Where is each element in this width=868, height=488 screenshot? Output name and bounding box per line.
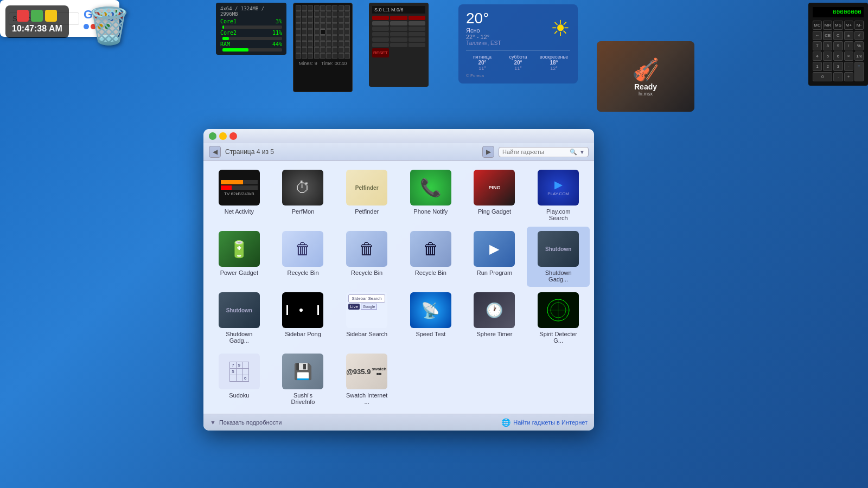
lcalc-btn-inv[interactable]: 1/x	[854, 52, 864, 61]
mine-cell[interactable]	[320, 47, 326, 53]
mine-cell[interactable]	[344, 35, 350, 41]
mine-cell[interactable]	[302, 41, 307, 47]
mine-cell[interactable]	[302, 53, 307, 59]
mine-cell[interactable]	[296, 41, 301, 47]
gadget-item-speed-test[interactable]: 📡Speed Test	[399, 288, 462, 348]
mine-cell[interactable]	[339, 53, 344, 59]
gadget-item-recycle-bin-3[interactable]: 🗑Recycle Bin	[399, 227, 462, 287]
mine-cell[interactable]	[326, 29, 331, 35]
gadget-item-swatch[interactable]: @935.9swatch ■■Swatch Internet ...	[335, 349, 398, 409]
gadget-item-perfmon[interactable]: ⏱PerfMon	[272, 165, 335, 226]
mine-cell[interactable]	[339, 17, 344, 23]
mine-cell[interactable]	[314, 47, 320, 53]
mine-cell[interactable]	[339, 11, 344, 17]
mine-cell[interactable]	[302, 35, 307, 41]
lcalc-btn-6[interactable]: 6	[833, 52, 843, 61]
calc-btn[interactable]	[390, 43, 407, 47]
mine-cell[interactable]	[308, 17, 313, 23]
mine-cell[interactable]	[296, 11, 301, 17]
nav-prev-btn[interactable]: ◀	[209, 146, 221, 158]
gadget-item-power-gadget[interactable]: 🔋Power Gadget	[208, 227, 271, 287]
mine-cell[interactable]	[332, 5, 337, 11]
lcalc-btn-5[interactable]: 5	[823, 52, 832, 61]
mine-cell[interactable]	[308, 29, 313, 35]
mine-cell[interactable]	[296, 29, 301, 35]
mine-cell[interactable]	[344, 11, 350, 17]
calc-btn[interactable]	[372, 27, 389, 31]
mine-cell[interactable]	[320, 17, 326, 23]
lcalc-btn-0[interactable]: 0	[813, 72, 832, 81]
mine-cell[interactable]	[320, 5, 326, 11]
lcalc-btn-mplus[interactable]: M+	[844, 21, 853, 30]
mine-cell[interactable]	[332, 41, 337, 47]
gadget-item-phone-notify[interactable]: 📞Phone Notify	[399, 165, 462, 226]
lcalc-btn-mr[interactable]: MR	[823, 21, 832, 30]
gadget-item-sushi-drive[interactable]: 💾Sushi's DriveInfo	[272, 349, 335, 409]
gadget-item-playcom[interactable]: ▶PLAY.COMPlay.com Search	[527, 165, 590, 226]
nav-next-btn[interactable]: ▶	[482, 146, 494, 158]
mine-cell[interactable]	[344, 23, 350, 29]
mine-cell[interactable]	[344, 47, 350, 53]
mine-cell[interactable]	[332, 11, 337, 17]
titlebar-close-btn[interactable]	[229, 132, 237, 140]
gadget-item-sidebar-pong[interactable]: Sidebar Pong	[272, 288, 335, 348]
mine-cell[interactable]	[308, 11, 313, 17]
lcalc-btn-8[interactable]: 8	[823, 41, 832, 50]
calc-btn[interactable]	[409, 16, 425, 20]
mine-cell[interactable]	[314, 29, 320, 35]
mine-cell[interactable]	[320, 23, 326, 29]
mine-cell[interactable]	[326, 41, 331, 47]
lcalc-btn-3[interactable]: 3	[833, 62, 843, 71]
mine-cell[interactable]	[332, 35, 337, 41]
lcalc-btn-mul[interactable]: ×	[844, 52, 853, 61]
gadget-item-sphere-timer[interactable]: 🕐Sphere Timer	[463, 288, 526, 348]
mine-cell[interactable]	[296, 47, 301, 53]
calc-btn[interactable]	[390, 32, 407, 36]
lcalc-btn-div[interactable]: /	[844, 41, 853, 50]
lcalc-btn-9[interactable]: 9	[833, 41, 843, 50]
mine-cell[interactable]	[308, 5, 313, 11]
mine-cell[interactable]	[320, 41, 326, 47]
mine-cell[interactable]	[320, 35, 326, 41]
lcalc-btn-mminus[interactable]: M-	[854, 21, 864, 30]
lcalc-btn-4[interactable]: 4	[813, 52, 822, 61]
lcalc-btn-ce[interactable]: CE	[823, 31, 832, 40]
calc-btn[interactable]	[409, 21, 425, 25]
lcalc-btn-c[interactable]: C	[833, 31, 843, 40]
mine-cell[interactable]	[339, 41, 344, 47]
gadget-item-sidebar-search[interactable]: Sidebar SearchLiveGoogleSidebar Search	[335, 288, 398, 348]
mine-cell[interactable]	[314, 35, 320, 41]
mine-cell[interactable]	[339, 23, 344, 29]
calc-btn[interactable]	[409, 32, 425, 36]
calc-btn[interactable]	[390, 16, 407, 20]
mine-cell[interactable]	[302, 5, 307, 11]
mine-cell[interactable]	[296, 5, 301, 11]
mine-cell[interactable]	[302, 47, 307, 53]
mine-cell[interactable]	[326, 17, 331, 23]
mine-cell[interactable]	[332, 53, 337, 59]
footer-online-link[interactable]: Найти гаджеты в Интернет	[513, 419, 588, 426]
gadget-item-run-program[interactable]: ▶Run Program	[463, 227, 526, 287]
lcalc-btn-equals[interactable]: =	[854, 62, 864, 81]
mine-cell[interactable]	[314, 41, 320, 47]
mine-cell[interactable]	[339, 29, 344, 35]
gadget-item-spirit-detect[interactable]: Spirit Detecter G...	[527, 288, 590, 348]
calc-btn[interactable]	[409, 37, 425, 42]
gadget-item-sudoku[interactable]: 79 5 6Sudoku	[208, 349, 271, 409]
calc-btn[interactable]	[390, 27, 407, 31]
gadget-item-shutdown-2[interactable]: ShutdownShutdown Gadg...	[208, 288, 271, 348]
mine-cell[interactable]	[314, 23, 320, 29]
calc-btn[interactable]	[390, 21, 407, 25]
mine-cell[interactable]	[344, 41, 350, 47]
mine-cell[interactable]	[308, 47, 313, 53]
mine-cell[interactable]	[332, 29, 337, 35]
footer-details-btn[interactable]: ▼ Показать подробности	[210, 419, 282, 426]
lcalc-btn-ms[interactable]: MS	[833, 21, 843, 30]
lcalc-btn-7[interactable]: 7	[813, 41, 822, 50]
gadget-item-net-activity[interactable]: TV 62kB/240kBNet Activity	[208, 165, 271, 226]
titlebar-maximize-btn[interactable]	[209, 132, 216, 140]
mine-cell[interactable]	[344, 17, 350, 23]
titlebar-minimize-btn[interactable]	[219, 132, 227, 140]
mine-cell[interactable]	[314, 5, 320, 11]
mine-cell[interactable]	[326, 5, 331, 11]
